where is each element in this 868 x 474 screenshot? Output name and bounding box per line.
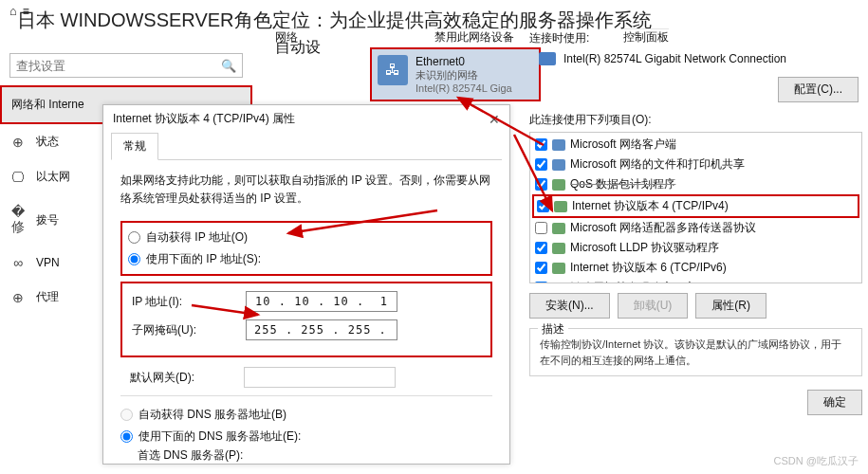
desc-legend: 描述 — [538, 321, 568, 337]
protocol-checkbox[interactable] — [535, 222, 547, 234]
adapter-device: Intel(R) 82574L Giga — [416, 82, 512, 94]
protocol-label: Microsoft 网络适配器多路传送器协议 — [570, 220, 756, 236]
nic-icon — [539, 52, 556, 65]
radio-auto-dns — [120, 409, 133, 421]
protocol-checkbox[interactable] — [537, 200, 549, 212]
protocol-item-1[interactable]: Microsoft 网络的文件和打印机共享 — [532, 155, 859, 174]
protocol-icon — [552, 159, 565, 171]
watermark: CSDN @吃瓜汉子 — [774, 454, 859, 468]
adapter-name: Ethernet0 — [416, 55, 512, 68]
items-list[interactable]: Microsoft 网络客户端Microsoft 网络的文件和打印机共享QoS … — [529, 132, 862, 283]
items-label: 此连接使用下列项目(O): — [529, 112, 862, 128]
protocol-checkbox[interactable] — [535, 158, 547, 171]
protocol-label: 链路层拓扑发现响应程序 — [570, 280, 695, 283]
dialog-title: Internet 协议版本 4 (TCP/IPv4) 属性 — [113, 111, 295, 127]
protocol-label: Internet 协议版本 6 (TCP/IPv6) — [570, 260, 727, 276]
protocol-icon — [552, 223, 565, 234]
protocol-icon — [552, 263, 565, 274]
search-input-wrap[interactable]: 🔍 — [9, 53, 243, 78]
dialup-icon: �修 — [9, 204, 27, 236]
protocol-item-5[interactable]: Microsoft LLDP 协议驱动程序 — [532, 238, 859, 258]
protocol-icon — [554, 201, 567, 212]
protocol-label: Microsoft 网络客户端 — [570, 137, 676, 153]
protocol-label: Microsoft LLDP 协议驱动程序 — [570, 240, 719, 256]
configure-button[interactable]: 配置(C)... — [778, 77, 859, 102]
protocol-checkbox[interactable] — [535, 178, 547, 191]
install-button[interactable]: 安装(N)... — [529, 293, 610, 319]
proxy-icon: ⊕ — [9, 290, 27, 305]
radio-auto-ip[interactable] — [128, 231, 140, 244]
protocol-item-7[interactable]: 链路层拓扑发现响应程序 — [532, 278, 859, 283]
protocol-checkbox[interactable] — [535, 242, 547, 254]
radio-manual-ip[interactable] — [128, 253, 140, 265]
adapter-card[interactable]: 🖧 Ethernet0 未识别的网络 Intel(R) 82574L Giga — [370, 47, 541, 101]
protocol-checkbox[interactable] — [535, 138, 547, 151]
desc-text: 传输控制协议/Internet 协议。该协议是默认的广域网络协议，用于在不同的相… — [540, 337, 852, 368]
connection-properties: 连接时使用: Intel(R) 82574L Gigabit Network C… — [529, 30, 862, 415]
uninstall-button: 卸载(U) — [618, 293, 689, 319]
protocol-label: Internet 协议版本 4 (TCP/IPv4) — [572, 198, 729, 214]
protocol-label: QoS 数据包计划程序 — [570, 176, 675, 192]
nic-name: Intel(R) 82574L Gigabit Network Connecti… — [563, 52, 786, 65]
ethernet-icon: 🖵 — [9, 170, 27, 185]
ok-button[interactable]: 确定 — [807, 390, 862, 415]
ipv4-properties-dialog: Internet 协议版本 4 (TCP/IPv4) 属性 ✕ 常规 如果网络支… — [102, 104, 510, 465]
protocol-icon — [552, 179, 565, 191]
protocol-item-6[interactable]: Internet 协议版本 6 (TCP/IPv6) — [532, 258, 859, 278]
protocol-item-4[interactable]: Microsoft 网络适配器多路传送器协议 — [532, 218, 859, 238]
protocol-icon — [552, 283, 565, 284]
search-input[interactable] — [16, 59, 221, 73]
properties-button[interactable]: 属性(R) — [695, 293, 766, 319]
protocol-label: Microsoft 网络的文件和打印机共享 — [570, 156, 745, 173]
mask-input[interactable] — [246, 319, 397, 340]
connect-label: 连接时使用: — [529, 30, 862, 46]
gateway-input[interactable] — [244, 367, 396, 388]
dns-pref-label: 首选 DNS 服务器(P): — [138, 447, 251, 464]
radio-manual-dns[interactable] — [120, 430, 133, 443]
close-icon[interactable]: ✕ — [489, 112, 500, 127]
protocol-checkbox[interactable] — [535, 282, 547, 283]
dialog-description: 如果网络支持此功能，则可以获取自动指派的 IP 设置。否则，你需要从网络系统管理… — [120, 172, 492, 208]
mask-label: 子网掩码(U): — [132, 322, 246, 338]
protocol-item-0[interactable]: Microsoft 网络客户端 — [532, 135, 859, 155]
protocol-item-3[interactable]: Internet 协议版本 4 (TCP/IPv4) — [532, 194, 859, 218]
protocol-item-2[interactable]: QoS 数据包计划程序 — [532, 174, 859, 194]
vpn-icon: ∞ — [9, 255, 27, 270]
adapter-icon: 🖧 — [378, 55, 408, 85]
home-icon[interactable]: ⌂ — [9, 4, 17, 18]
center-column: 自动设 🖧 Ethernet0 未识别的网络 Intel(R) 82574L G… — [275, 38, 522, 64]
search-icon: 🔍 — [221, 59, 236, 73]
ip-label: IP 地址(I): — [132, 294, 246, 310]
adapter-status: 未识别的网络 — [416, 68, 512, 82]
ip-input[interactable] — [246, 291, 397, 312]
protocol-icon — [552, 139, 565, 151]
protocol-icon — [552, 243, 565, 254]
gateway-label: 默认网关(D): — [130, 370, 244, 386]
protocol-checkbox[interactable] — [535, 262, 547, 274]
status-icon: ⊕ — [9, 135, 27, 150]
tab-general[interactable]: 常规 — [111, 133, 158, 160]
